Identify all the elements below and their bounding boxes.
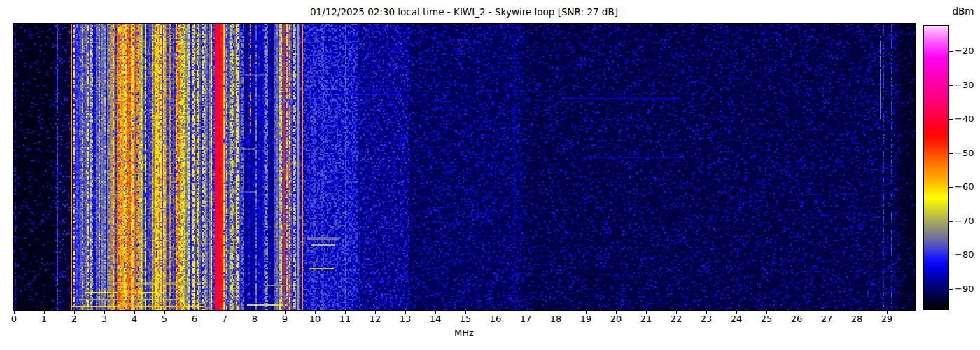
colorbar-tick-mark [949,85,953,86]
x-tick-label: 22 [671,314,682,324]
x-tick-label: 4 [132,314,137,324]
x-tick-label: 27 [821,314,833,324]
plot-title: 01/12/2025 02:30 local time - KIWI_2 - S… [13,6,915,18]
x-tick-label: 19 [580,314,592,324]
colorbar-tick-mark [949,187,953,188]
x-tick-label: 13 [400,314,412,324]
x-tick-label: 21 [640,314,652,324]
x-tick-label: 15 [460,314,472,324]
colorbar-gradient [924,26,948,309]
colorbar-tick-label: −90 [955,284,974,294]
x-tick-label: 6 [192,314,197,324]
waterfall-plot [13,23,916,311]
x-tick-label: 0 [11,314,17,324]
colorbar-tick-label: −30 [955,80,974,90]
x-tick-label: 16 [490,314,502,324]
colorbar-tick-label: −70 [955,216,974,226]
x-axis-label: MHz [13,328,915,338]
colorbar-tick-mark [949,51,953,52]
x-tick-label: 24 [731,314,743,324]
x-tick-label: 17 [520,314,532,324]
x-tick-label: 1 [41,314,47,324]
x-tick-label: 29 [881,314,893,324]
x-tick-label: 18 [550,314,562,324]
x-tick-label: 28 [851,314,863,324]
colorbar-tick-mark [949,119,953,120]
x-tick-label: 5 [162,314,167,324]
x-tick-label: 11 [340,314,351,324]
colorbar [923,25,949,310]
colorbar-tick-label: −50 [955,148,974,158]
x-tick-label: 8 [252,314,258,324]
colorbar-tick-mark [949,289,953,290]
x-tick-label: 25 [761,314,773,324]
colorbar-tick-label: −20 [955,46,974,56]
x-tick-label: 7 [222,314,227,324]
x-tick-label: 23 [701,314,713,324]
colorbar-unit-label: dBm [946,6,980,17]
x-tick-label: 26 [791,314,803,324]
colorbar-tick-mark [949,153,953,154]
x-tick-label: 14 [430,314,442,324]
colorbar-tick-label: −60 [955,181,974,192]
x-tick-label: 10 [309,314,321,324]
x-tick-label: 9 [282,314,288,324]
colorbar-tick-label: −40 [955,113,974,124]
x-tick-label: 3 [102,314,107,324]
colorbar-tick-mark [949,255,953,255]
x-tick-label: 2 [71,314,77,324]
x-tick-label: 20 [610,314,622,324]
colorbar-tick-label: −80 [955,249,974,260]
x-tick-label: 12 [370,314,382,324]
colorbar-tick-mark [949,221,953,222]
waterfall-canvas [13,24,915,310]
